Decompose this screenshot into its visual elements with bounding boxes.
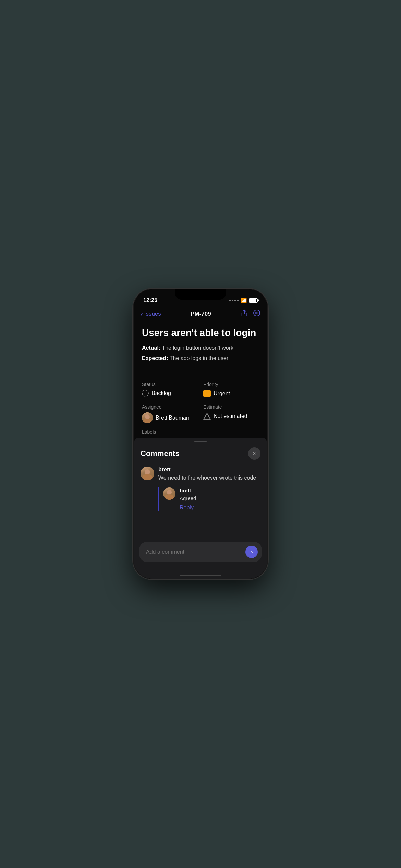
estimate-value: ! Not estimated bbox=[203, 412, 259, 420]
priority-badge-icon: ! bbox=[203, 390, 211, 397]
status-icons: 📶 bbox=[229, 298, 258, 303]
sheet-header: Comments × bbox=[134, 442, 267, 464]
comment-avatar bbox=[141, 467, 154, 480]
comment-body: brett We need to fire whoever wrote this… bbox=[158, 467, 260, 513]
estimate-label: Estimate bbox=[203, 404, 259, 410]
priority-value: ! Urgent bbox=[203, 390, 259, 397]
share-button[interactable] bbox=[241, 309, 248, 319]
svg-point-2 bbox=[255, 313, 256, 313]
close-icon: × bbox=[253, 450, 256, 457]
status-label: Status bbox=[142, 382, 198, 387]
comment-input-area: ↑ bbox=[134, 538, 267, 572]
nav-bar: ‹ Issues PM-709 bbox=[134, 306, 267, 322]
metadata-grid: Status Backlog Priority ! Urgent Assigne… bbox=[134, 382, 267, 423]
home-indicator bbox=[134, 572, 267, 579]
issue-actual: Actual: The login button doesn't work bbox=[142, 344, 259, 352]
issue-title: Users aren't able to login bbox=[142, 327, 259, 339]
battery-icon bbox=[249, 298, 258, 303]
comment-item: brett We need to fire whoever wrote this… bbox=[141, 467, 260, 513]
back-button[interactable]: ‹ Issues bbox=[141, 310, 161, 318]
nav-actions bbox=[241, 309, 260, 319]
status-circle-icon bbox=[142, 390, 149, 397]
home-bar bbox=[180, 575, 221, 576]
back-label: Issues bbox=[144, 311, 161, 317]
comment-text: We need to fire whoever wrote this code bbox=[158, 474, 260, 482]
actual-label: Actual: bbox=[142, 345, 160, 351]
close-button[interactable]: × bbox=[248, 447, 260, 460]
actual-value: The login button doesn't work bbox=[162, 345, 233, 351]
svg-text:!: ! bbox=[207, 415, 208, 419]
priority-label: Priority bbox=[203, 382, 259, 387]
status-value: Backlog bbox=[142, 390, 198, 397]
assignee-label: Assignee bbox=[142, 404, 198, 410]
issue-content: Users aren't able to login Actual: The l… bbox=[134, 322, 267, 370]
expected-label: Expected: bbox=[142, 355, 168, 361]
assignee-field: Assignee Brett Bauman bbox=[142, 404, 198, 423]
assignee-avatar bbox=[142, 412, 153, 423]
send-arrow-icon: ↑ bbox=[248, 548, 255, 555]
comment-input-wrapper: ↑ bbox=[139, 542, 262, 562]
reply-author: brett bbox=[180, 487, 260, 493]
comment-input[interactable] bbox=[146, 549, 242, 555]
nav-title: PM-709 bbox=[191, 311, 211, 317]
issue-expected: Expected: The app logs in the user bbox=[142, 354, 259, 362]
labels-section: Labels bbox=[134, 423, 267, 438]
svg-point-4 bbox=[258, 313, 258, 313]
estimate-field: Estimate ! Not estimated bbox=[203, 404, 259, 423]
comment-author: brett bbox=[158, 467, 260, 473]
signal-icon bbox=[229, 300, 239, 301]
svg-point-3 bbox=[256, 313, 257, 313]
status-field: Status Backlog bbox=[142, 382, 198, 397]
comments-list: brett We need to fire whoever wrote this… bbox=[134, 464, 267, 538]
warning-triangle-icon: ! bbox=[203, 412, 211, 420]
priority-field: Priority ! Urgent bbox=[203, 382, 259, 397]
comments-sheet: Comments × brett We need to fire whoever… bbox=[134, 438, 267, 579]
reply-button[interactable]: Reply bbox=[180, 505, 194, 510]
chevron-left-icon: ‹ bbox=[141, 310, 143, 318]
labels-label: Labels bbox=[142, 429, 156, 435]
reply-item: brett Agreed Reply bbox=[163, 487, 260, 511]
assignee-value: Brett Bauman bbox=[142, 412, 198, 423]
reply-body: brett Agreed Reply bbox=[180, 487, 260, 511]
expected-value: The app logs in the user bbox=[170, 355, 229, 361]
reply-thread: brett Agreed Reply bbox=[158, 487, 260, 511]
more-button[interactable] bbox=[253, 309, 260, 319]
status-time: 12:25 bbox=[143, 297, 157, 303]
divider bbox=[134, 376, 267, 376]
wifi-icon: 📶 bbox=[241, 298, 247, 303]
reply-avatar bbox=[163, 487, 175, 500]
comments-title: Comments bbox=[141, 449, 180, 458]
reply-text: Agreed bbox=[180, 495, 260, 502]
send-button[interactable]: ↑ bbox=[245, 546, 258, 558]
